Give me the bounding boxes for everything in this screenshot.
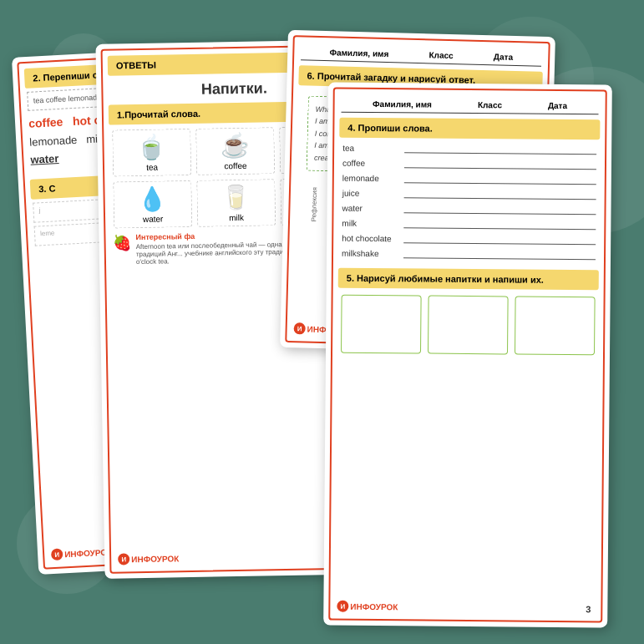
drink-tea: 🍵 tea <box>112 129 191 177</box>
drink-coffee: ☕ coffee <box>195 127 275 175</box>
date-label-card4: Дата <box>548 101 567 110</box>
milk-write-line <box>403 216 596 230</box>
class-label-card4: Класс <box>478 100 502 109</box>
reflexia-label: Рефлексия <box>308 184 320 226</box>
write-hotchocolate: hot chocolate <box>342 231 596 246</box>
section5-header: 5. Нарисуй любимые напитки и напиши их. <box>338 268 599 291</box>
page-number: 3 <box>586 604 591 614</box>
class-label-card3: Класс <box>428 50 453 60</box>
draw-boxes-area <box>341 295 596 356</box>
milkshake-write-label: milkshake <box>342 249 400 259</box>
draw-box-2 <box>428 296 509 355</box>
write-milk: milk <box>342 216 596 231</box>
logo-icon-2: И <box>118 553 129 565</box>
tea-write-line <box>404 141 596 155</box>
header-row-card3: Фамилия, имя Класс Дата <box>301 40 542 67</box>
tea-icon: 🍵 <box>137 133 167 161</box>
water-write-label: water <box>342 204 400 214</box>
name-label-card3: Фамилия, имя <box>329 48 388 58</box>
draw-box-1 <box>341 295 422 354</box>
draw-box-3 <box>515 296 596 355</box>
milk-label: milk <box>229 213 244 222</box>
logo-icon: И <box>51 548 63 560</box>
water-icon: 💧 <box>138 185 168 213</box>
water-label: water <box>143 215 164 224</box>
date-label-card3: Дата <box>494 52 513 62</box>
logo-icon-3: И <box>293 322 305 334</box>
juice-write-label: juice <box>342 189 401 199</box>
logo-text-4: ИНФОУРОК <box>350 601 398 611</box>
logo-text-2: ИНФОУРОК <box>131 554 179 564</box>
card-main-worksheet: Фамилия, имя Класс Дата 4. Пропиши слова… <box>323 83 612 628</box>
coffee-write-line <box>404 156 596 170</box>
coffee-label: coffee <box>224 161 246 170</box>
milkshake-write-line <box>403 246 596 260</box>
header-row-card4: Фамилия, имя Класс Дата <box>342 93 599 115</box>
infourok-logo-card4: И ИНФОУРОК <box>337 601 398 613</box>
milk-write-label: milk <box>342 219 400 229</box>
tea-write-label: tea <box>342 144 401 154</box>
coffee-write-label: coffee <box>342 159 401 169</box>
write-tea: tea <box>342 141 596 155</box>
write-milkshake: milkshake <box>342 246 596 261</box>
name-label-card4: Фамилия, имя <box>373 99 432 109</box>
lemonade-write-line <box>404 171 596 185</box>
infourok-logo-card1: И ИНФОУРОК <box>51 545 113 560</box>
infourok-logo-card2: И ИНФОУРОК <box>118 552 179 565</box>
juice-write-line <box>404 186 596 200</box>
write-water: water <box>342 201 596 216</box>
tea-label: tea <box>146 163 158 172</box>
water-write-line <box>403 201 596 215</box>
logo-icon-4: И <box>337 601 348 612</box>
write-coffee: coffee <box>342 156 596 170</box>
drink-water: 💧 water <box>113 180 192 229</box>
write-juice: juice <box>342 186 596 200</box>
coffee-icon: ☕ <box>221 132 251 160</box>
drink-milk: 🥛 milk <box>196 179 276 227</box>
hotchocolate-write-line <box>403 231 596 245</box>
fact-icon: 🍓 <box>112 233 130 251</box>
write-lemonade: lemonade <box>342 171 596 185</box>
milk-icon: 🥛 <box>221 184 251 212</box>
hotchocolate-write-label: hot chocolate <box>342 234 400 244</box>
section4-header: 4. Пропиши слова. <box>339 118 600 140</box>
lemonade-write-label: lemonade <box>342 174 401 184</box>
